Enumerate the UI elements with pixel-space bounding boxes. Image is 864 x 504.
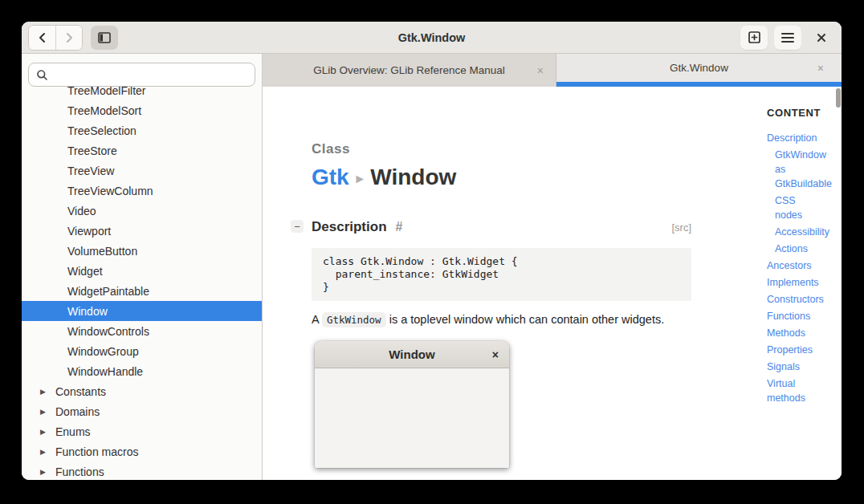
doc-column: Class Gtk ▸ Window − Description # [src] xyxy=(312,87,691,468)
tree-row-treeview[interactable]: TreeView xyxy=(22,161,262,181)
toc-link-line: Virtual xyxy=(767,376,833,391)
tree-row-label: Window xyxy=(67,305,108,318)
tree-row-label: Enums xyxy=(55,425,91,438)
tree-row-video[interactable]: Video xyxy=(22,201,262,221)
toc-link-gtkwindow-as-gtkbuildable[interactable]: GtkWindowasGtkBuildable xyxy=(767,148,833,191)
tree-row-window[interactable]: Window xyxy=(22,301,262,321)
tree-row-enums[interactable]: ▶Enums xyxy=(22,421,262,441)
tree-row-label: Function macros xyxy=(55,445,138,458)
tree-row-treestore[interactable]: TreeStore xyxy=(22,140,262,161)
toc-link-line: GtkBuildable xyxy=(775,177,833,191)
toc-link-methods[interactable]: Methods xyxy=(767,326,833,340)
tab-label: GLib Overview: GLib Reference Manual xyxy=(313,64,505,76)
src-link[interactable]: [src] xyxy=(671,222,691,234)
tree-row-label: Viewport xyxy=(67,225,111,238)
example-window-title: Window xyxy=(389,348,434,361)
webview: Class Gtk ▸ Window − Description # [src] xyxy=(263,87,842,480)
example-window-body xyxy=(315,368,509,468)
close-icon xyxy=(816,32,827,43)
vertical-scrollbar[interactable] xyxy=(836,88,841,108)
forward-button[interactable] xyxy=(55,26,82,50)
tab-inactive[interactable]: GLib Overview: GLib Reference Manual× xyxy=(263,54,556,87)
toc-link-line: Constructors xyxy=(767,292,833,307)
tree-row-treeselection[interactable]: TreeSelection xyxy=(22,120,262,140)
paragraph-text: is a toplevel window which can contain o… xyxy=(389,313,665,326)
chevron-right-icon xyxy=(63,32,75,43)
tab-active[interactable]: Gtk.Window× xyxy=(556,54,842,87)
toc-link-implements[interactable]: Implements xyxy=(767,275,833,290)
tab-label: Gtk.Window xyxy=(670,62,728,74)
toc-link-line: Actions xyxy=(775,242,833,256)
example-window-image: Window × xyxy=(315,341,509,468)
inline-code-gtkwindow: GtkWindow xyxy=(322,312,386,327)
expander-triangle-icon[interactable]: ▶ xyxy=(40,388,48,396)
search-input[interactable] xyxy=(54,69,247,81)
class-declaration-code: class Gtk.Window : Gtk.Widget { parent_i… xyxy=(312,248,691,301)
toc-link-css-nodes[interactable]: CSSnodes xyxy=(767,193,833,222)
tree-row-function-macros[interactable]: ▶Function macros xyxy=(22,441,262,461)
toc-link-functions[interactable]: Functions xyxy=(767,309,833,323)
search-entry[interactable] xyxy=(28,63,255,87)
toc-link-actions[interactable]: Actions xyxy=(767,242,833,256)
tree-row-widget[interactable]: Widget xyxy=(22,261,262,281)
toc-link-line: Functions xyxy=(767,309,833,323)
toc-link-line: Implements xyxy=(767,275,833,290)
tree-row-treeviewcolumn[interactable]: TreeViewColumn xyxy=(22,181,262,201)
toc-link-accessibility[interactable]: Accessibility xyxy=(767,225,833,239)
tree-row-functions[interactable]: ▶Functions xyxy=(22,461,262,480)
expander-triangle-icon[interactable]: ▶ xyxy=(40,408,48,416)
kind-label: Class xyxy=(312,141,691,157)
tree-row-label: VolumeButton xyxy=(67,245,137,258)
expander-triangle-icon[interactable]: ▶ xyxy=(40,428,48,436)
tree-row-constants[interactable]: ▶Constants xyxy=(22,381,262,401)
expander-triangle-icon[interactable]: ▶ xyxy=(40,448,48,456)
tree-row-windowcontrols[interactable]: WindowControls xyxy=(22,321,262,341)
square-plus-icon xyxy=(748,30,761,44)
hamburger-menu-icon xyxy=(781,33,794,43)
toc-link-line: Accessibility xyxy=(775,225,833,239)
sidebar-toggle-button[interactable] xyxy=(91,26,118,50)
tree-row-label: Functions xyxy=(55,465,104,478)
toc-link-description[interactable]: Description xyxy=(767,131,833,145)
new-tab-button[interactable] xyxy=(740,26,768,50)
toc-link-properties[interactable]: Properties xyxy=(767,343,833,357)
content-pane: GLib Overview: GLib Reference Manual×Gtk… xyxy=(263,54,842,480)
search-wrap xyxy=(22,54,262,87)
tree-row-label: TreeSelection xyxy=(67,124,137,137)
symbol-tree[interactable]: TreeModelFilterTreeModelSortTreeSelectio… xyxy=(22,87,262,480)
toc-link-line: methods xyxy=(767,391,833,405)
tree-row-volumebutton[interactable]: VolumeButton xyxy=(22,241,262,261)
tree-row-treemodelfilter[interactable]: TreeModelFilter xyxy=(22,87,262,100)
namespace-link[interactable]: Gtk xyxy=(312,165,349,190)
tree-row-label: TreeView xyxy=(67,165,114,177)
toc-link-ancestors[interactable]: Ancestors xyxy=(767,258,833,273)
tab-close-icon[interactable]: × xyxy=(817,62,824,75)
search-icon xyxy=(36,69,48,81)
menu-button[interactable] xyxy=(774,26,801,50)
toc-link-line: CSS xyxy=(775,193,833,208)
tree-row-widgetpaintable[interactable]: WidgetPaintable xyxy=(22,281,262,301)
toc-link-signals[interactable]: Signals xyxy=(767,360,833,374)
toc-link-line: Properties xyxy=(767,343,833,357)
close-window-button[interactable] xyxy=(808,26,835,50)
class-name: Window xyxy=(370,165,456,190)
toc-link-line: Methods xyxy=(767,326,833,340)
expander-triangle-icon[interactable]: ▶ xyxy=(40,468,48,476)
tab-close-icon[interactable]: × xyxy=(537,64,544,77)
tree-row-treemodelsort[interactable]: TreeModelSort xyxy=(22,100,262,120)
toc-link-line: Ancestors xyxy=(767,258,833,273)
back-button[interactable] xyxy=(29,26,55,50)
toc-link-constructors[interactable]: Constructors xyxy=(767,292,833,307)
toc-link-virtual-methods[interactable]: Virtualmethods xyxy=(767,376,833,405)
code-line: class Gtk.Window : Gtk.Widget { xyxy=(323,255,680,268)
tree-row-windowhandle[interactable]: WindowHandle xyxy=(22,361,262,381)
toc-panel: CONTENT DescriptionGtkWindowasGtkBuildab… xyxy=(746,87,842,480)
collapse-section-button[interactable]: − xyxy=(291,220,304,233)
tree-row-domains[interactable]: ▶Domains xyxy=(22,401,262,421)
anchor-link[interactable]: # xyxy=(396,220,403,234)
tab-bar: GLib Overview: GLib Reference Manual×Gtk… xyxy=(263,54,842,87)
tree-row-label: Domains xyxy=(55,405,100,418)
tree-row-windowgroup[interactable]: WindowGroup xyxy=(22,341,262,361)
tree-row-label: TreeStore xyxy=(67,144,117,157)
tree-row-viewport[interactable]: Viewport xyxy=(22,221,262,241)
